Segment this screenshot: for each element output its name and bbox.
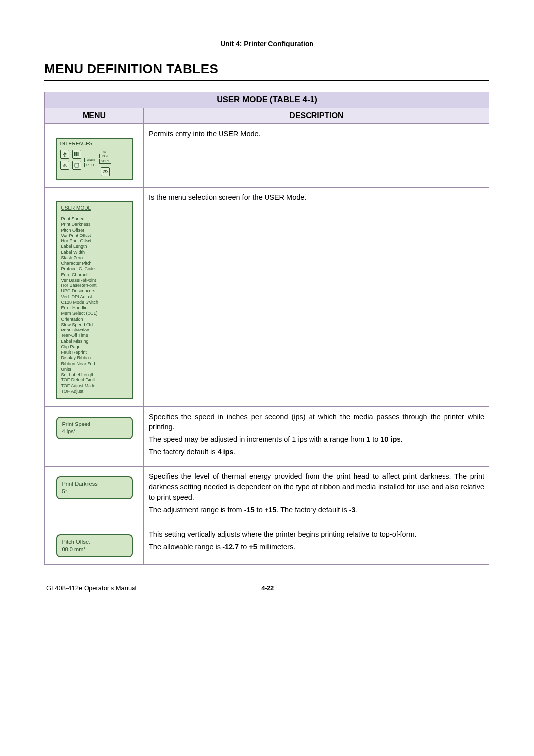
list-item: Mem Select (CC1) xyxy=(61,311,128,316)
page: Unit 4: Printer Configuration MENU DEFIN… xyxy=(0,0,534,612)
description-text: Permits entry into the USER Mode. xyxy=(149,129,484,139)
svg-rect-9 xyxy=(75,163,79,167)
svg-rect-2 xyxy=(65,153,66,154)
list-item: Slew Speed Ctrl xyxy=(61,322,128,328)
description-text: The factory default is 4 ips. xyxy=(149,447,484,457)
svg-rect-7 xyxy=(78,152,78,156)
list-item: TOF Detect Fault xyxy=(61,378,128,383)
menu-cell-pitch-offset: Pitch Offset 00.0 mm* xyxy=(45,524,144,565)
scan-label: SCAN xyxy=(84,158,96,162)
list-item: Label Length xyxy=(61,244,128,249)
pitch-offset-panel: Pitch Offset 00.0 mm* xyxy=(56,534,133,557)
table-title: USER MODE (TABLE 4-1) xyxy=(45,92,490,108)
menu-cell-print-speed: Print Speed 4 ips* xyxy=(45,407,144,467)
list-item: UPC Descenders xyxy=(61,288,128,294)
user-mode-list: Print Speed Print Darkness Pitch Offset … xyxy=(61,216,128,394)
list-item: Label Missing xyxy=(61,339,128,344)
desc-cell-interfaces: Permits entry into the USER Mode. xyxy=(144,124,490,188)
antenna-icon xyxy=(60,161,69,170)
list-item: Label Width xyxy=(61,250,128,255)
list-item: Units xyxy=(61,367,128,372)
title-rule xyxy=(44,80,490,81)
list-item: Print Darkness xyxy=(61,222,128,227)
svg-rect-3 xyxy=(74,152,75,156)
list-item: C128 Mode Switch xyxy=(61,300,128,305)
sbpl-label: SBPL xyxy=(99,159,111,163)
svg-rect-8 xyxy=(79,152,79,156)
user-mode-title: USER MODE xyxy=(61,205,128,212)
list-item: Set Label Length xyxy=(61,372,128,378)
footer-page-number: 4-22 xyxy=(261,584,274,592)
footer-manual-name: GL408-412e Operator's Manual xyxy=(46,584,136,592)
description-text: Is the menu selection screen for the USE… xyxy=(149,192,484,203)
user-mode-table: USER MODE (TABLE 4-1) MENU DESCRIPTION I… xyxy=(44,92,490,565)
list-item: TOF Adjust Mode xyxy=(61,383,128,389)
desc-cell-print-speed: Specifies the speed in inches per second… xyxy=(144,407,490,467)
list-item: TOF Adjust xyxy=(61,389,128,394)
description-text: The speed may be adjusted in increments … xyxy=(149,434,484,445)
table-row: Print Speed 4 ips* Specifies the speed i… xyxy=(45,407,490,467)
list-item: Orientation xyxy=(61,317,128,322)
menu-item-value: 00.0 mm* xyxy=(62,546,127,553)
svg-rect-6 xyxy=(77,152,78,156)
label-icon xyxy=(72,161,81,170)
list-item: Error Handling xyxy=(61,305,128,311)
list-item: Protocol C. Code xyxy=(61,266,128,272)
interfaces-label-stack-2: ▭ PGL SBPL xyxy=(99,150,111,164)
svg-point-11 xyxy=(105,171,106,172)
interfaces-label-stack: SCAN RFID xyxy=(84,158,96,168)
desc-cell-user-mode: Is the menu selection screen for the USE… xyxy=(144,187,490,407)
menu-item-title: Print Darkness xyxy=(62,480,127,488)
description-text: Specifies the level of thermal energy pr… xyxy=(149,472,484,503)
list-item: Display Ribbon xyxy=(61,355,128,361)
table-row: USER MODE Print Speed Print Darkness Pit… xyxy=(45,187,490,407)
interfaces-title: INTERFACES xyxy=(60,141,129,148)
list-item: Slash Zero xyxy=(61,255,128,261)
list-item: Euro Character xyxy=(61,272,128,278)
description-text: This setting vertically adjusts where th… xyxy=(149,529,484,540)
list-item: Clip Page xyxy=(61,344,128,350)
svg-point-0 xyxy=(64,156,65,157)
list-item: Ribbon Near End xyxy=(61,361,128,367)
menu-item-title: Print Speed xyxy=(62,421,127,428)
eye-icon xyxy=(101,167,110,176)
page-footer: GL408-412e Operator's Manual 4-22 xyxy=(44,584,490,592)
desc-cell-print-darkness: Specifies the level of thermal energy pr… xyxy=(144,467,490,524)
table-row: INTERFACES xyxy=(45,124,490,188)
menu-item-title: Pitch Offset xyxy=(62,538,127,546)
usb-icon xyxy=(60,150,69,159)
list-item: Vert. DPI Adjust xyxy=(61,294,128,300)
unit-header: Unit 4: Printer Configuration xyxy=(44,40,490,47)
menu-cell-user-mode: USER MODE Print Speed Print Darkness Pit… xyxy=(45,187,144,407)
menu-item-value: 4 ips* xyxy=(62,428,127,435)
description-text: The adjustment range is from -15 to +15.… xyxy=(149,505,484,515)
list-item: Fault Reprint xyxy=(61,350,128,355)
interfaces-panel: INTERFACES xyxy=(56,138,133,180)
menu-cell-print-darkness: Print Darkness 5* xyxy=(45,467,144,524)
description-text: Specifies the speed in inches per second… xyxy=(149,412,484,432)
list-item: Hor BaseRefPoint xyxy=(61,283,128,288)
print-darkness-panel: Print Darkness 5* xyxy=(56,476,133,499)
svg-rect-4 xyxy=(75,152,76,156)
desc-cell-pitch-offset: This setting vertically adjusts where th… xyxy=(144,524,490,565)
user-mode-panel: USER MODE Print Speed Print Darkness Pit… xyxy=(56,201,133,400)
table-row: Pitch Offset 00.0 mm* This setting verti… xyxy=(45,524,490,565)
menu-item-value: 5* xyxy=(62,488,127,495)
list-item: Print Speed xyxy=(61,216,128,222)
list-item: Ver BaseRefPoint xyxy=(61,278,128,283)
col-header-description: DESCRIPTION xyxy=(144,108,490,124)
barcode-icon xyxy=(72,150,81,159)
menu-cell-interfaces: INTERFACES xyxy=(45,124,144,188)
list-item: Ver Print Offset xyxy=(61,233,128,238)
table-row: Print Darkness 5* Specifies the level of… xyxy=(45,467,490,524)
list-item: Pitch Offset xyxy=(61,228,128,233)
list-item: Hor Print Offset xyxy=(61,238,128,244)
col-header-menu: MENU xyxy=(45,108,144,124)
list-item: Print Direction xyxy=(61,328,128,333)
rfid-label: RFID xyxy=(84,163,96,167)
list-item: Tear-Off Time xyxy=(61,333,128,338)
print-speed-panel: Print Speed 4 ips* xyxy=(56,417,133,439)
svg-rect-5 xyxy=(76,152,77,156)
list-item: Character Pitch xyxy=(61,261,128,266)
description-text: The allowable range is -12.7 to +5 milli… xyxy=(149,542,484,552)
